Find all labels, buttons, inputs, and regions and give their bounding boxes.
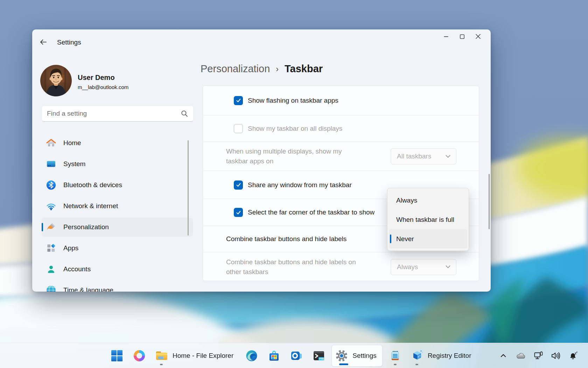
globe-icon xyxy=(46,285,56,292)
start-button[interactable] xyxy=(107,345,127,366)
checkbox-far-corner[interactable] xyxy=(234,208,243,217)
sidebar-item-time-language[interactable]: Time & language xyxy=(42,281,193,292)
minimize-button[interactable] xyxy=(438,29,454,43)
network-ethernet-icon xyxy=(534,351,543,360)
setting-label: Combine taskbar buttons and hide labels … xyxy=(226,257,359,277)
select-combine-other-taskbars[interactable]: Always xyxy=(391,259,456,275)
outlook-icon xyxy=(290,349,303,362)
search-input[interactable] xyxy=(42,110,180,117)
sidebar-scrollbar[interactable] xyxy=(188,140,189,236)
gear-icon xyxy=(335,349,348,362)
microsoft-store-button[interactable] xyxy=(264,345,284,366)
terminal-pre-badge: PRE xyxy=(319,357,324,360)
setting-label: Share any window from my taskbar xyxy=(248,180,352,190)
breadcrumb: Personalization › Taskbar xyxy=(201,63,323,75)
check-icon xyxy=(236,98,241,103)
sidebar-item-label: Accounts xyxy=(63,265,91,273)
menu-option-label: When taskbar is full xyxy=(396,216,454,224)
window-controls xyxy=(438,29,486,43)
system-icon xyxy=(46,159,56,169)
menu-option-always[interactable]: Always xyxy=(389,191,467,210)
select-value: All taskbars xyxy=(397,152,431,160)
svg-text:z: z xyxy=(576,351,578,353)
taskbar-behaviors-card: Show flashing on taskbar apps Show my ta… xyxy=(203,86,479,281)
setting-label: Show flashing on taskbar apps xyxy=(248,96,338,105)
chevron-up-icon xyxy=(500,353,506,359)
close-icon xyxy=(476,34,481,39)
sidebar-item-label: Network & internet xyxy=(63,202,118,210)
tray-onedrive-button[interactable] xyxy=(515,349,526,363)
menu-option-when-taskbar-is-full[interactable]: When taskbar is full xyxy=(389,210,467,229)
edge-icon xyxy=(245,349,258,362)
search-box[interactable] xyxy=(42,105,194,122)
close-button[interactable] xyxy=(470,29,486,43)
outlook-button[interactable] xyxy=(287,345,306,366)
checkbox-share-window[interactable] xyxy=(234,180,243,190)
checkbox-all-displays[interactable] xyxy=(234,124,243,133)
taskbar: Home - File Explorer xyxy=(0,343,588,368)
search-icon xyxy=(180,109,189,118)
tray-volume-button[interactable] xyxy=(550,349,561,363)
content-scrollbar[interactable] xyxy=(489,174,490,229)
select-taskbar-apps-on[interactable]: All taskbars xyxy=(391,148,456,164)
sidebar-item-apps[interactable]: Apps xyxy=(42,239,193,258)
setting-row-all-displays: Show my taskbar on all displays xyxy=(203,115,479,142)
sidebar-item-label: Bluetooth & devices xyxy=(63,181,122,189)
taskbar-item-label: Settings xyxy=(352,352,377,360)
chevron-down-icon xyxy=(446,155,450,158)
volume-speaker-icon xyxy=(551,352,561,360)
copilot-icon xyxy=(133,350,145,362)
page-title: Taskbar xyxy=(285,63,323,75)
sidebar-item-label: Personalization xyxy=(63,223,109,231)
setting-label: Select the far corner of the taskbar to … xyxy=(248,207,374,217)
check-icon xyxy=(236,182,241,188)
bell-dnd-icon: z z xyxy=(569,351,578,360)
regedit-cube-icon xyxy=(411,349,424,362)
taskbar-item-label: Home - File Explorer xyxy=(173,352,233,360)
sidebar-item-bluetooth-devices[interactable]: Bluetooth & devices xyxy=(42,176,193,195)
windows-start-icon xyxy=(111,350,123,362)
settings-window: Settings xyxy=(32,29,491,292)
sidebar-item-label: System xyxy=(63,160,85,168)
sidebar-item-personalization[interactable]: Personalization xyxy=(42,218,193,237)
sidebar-item-home[interactable]: Home xyxy=(42,134,193,152)
sidebar-item-network-internet[interactable]: Network & internet xyxy=(42,197,193,216)
check-icon xyxy=(236,210,241,215)
tray-network-button[interactable] xyxy=(533,349,544,363)
active-window-indicator xyxy=(339,363,348,365)
notepad-button[interactable] xyxy=(385,345,405,366)
desktop: Settings xyxy=(0,0,588,368)
menu-option-label: Always xyxy=(396,197,417,204)
tray-notifications-dnd-button[interactable]: z z xyxy=(568,349,579,363)
registry-editor-button[interactable]: Registry Editor xyxy=(408,345,477,366)
terminal-preview-button[interactable]: PRE xyxy=(309,345,329,366)
sidebar-item-system[interactable]: System xyxy=(42,155,193,173)
apps-icon xyxy=(46,243,56,253)
breadcrumb-parent[interactable]: Personalization xyxy=(201,63,270,75)
onedrive-cloud-icon xyxy=(516,352,526,360)
setting-row-show-flashing: Show flashing on taskbar apps xyxy=(203,86,479,115)
bluetooth-icon xyxy=(46,180,56,190)
avatar[interactable] xyxy=(40,65,72,96)
checkbox-show-flashing[interactable] xyxy=(234,96,243,105)
maximize-button[interactable] xyxy=(454,29,470,43)
sidebar-item-accounts[interactable]: Accounts xyxy=(42,260,193,279)
edge-button[interactable] xyxy=(242,345,261,366)
notepad-icon xyxy=(389,350,401,362)
settings-taskbar-button[interactable]: Settings xyxy=(331,345,383,367)
running-indicator xyxy=(415,364,418,365)
copilot-button[interactable] xyxy=(130,345,149,366)
tray-chevron-up-button[interactable] xyxy=(498,349,509,363)
setting-row-multiple-displays: When using multiple displays, show my ta… xyxy=(203,142,479,171)
select-value: Always xyxy=(397,263,418,271)
folder-icon xyxy=(155,349,168,362)
menu-option-never[interactable]: Never xyxy=(389,229,467,248)
breadcrumb-separator-icon: › xyxy=(276,64,279,74)
combine-buttons-dropdown-menu: Always When taskbar is full Never xyxy=(387,188,469,251)
file-explorer-button[interactable]: Home - File Explorer xyxy=(152,345,239,366)
user-email: m__lab@outlook.com xyxy=(78,84,128,90)
sidebar-nav: Home System Bluetooth & d xyxy=(42,134,193,292)
running-indicator xyxy=(394,364,397,365)
back-button[interactable] xyxy=(37,36,50,48)
home-icon xyxy=(46,138,56,148)
